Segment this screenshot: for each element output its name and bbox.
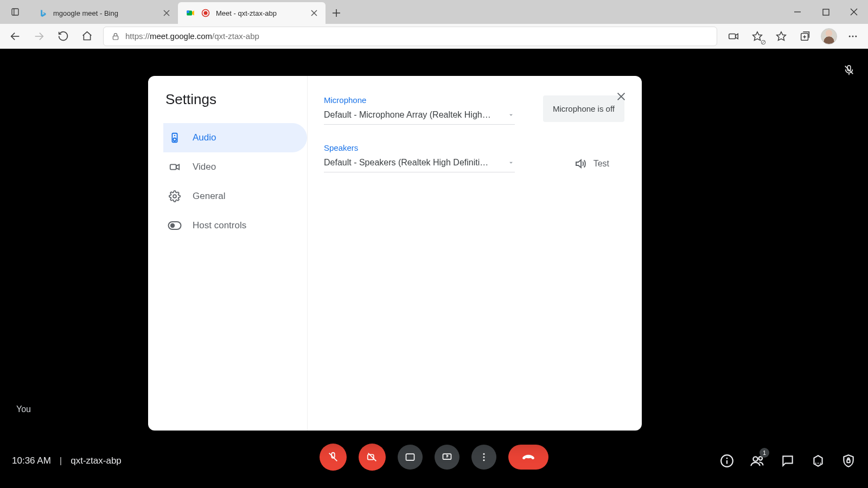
settings-dialog: Settings Audio Video General <box>148 76 642 431</box>
svg-point-50 <box>820 463 821 464</box>
volume-icon <box>574 157 587 170</box>
new-tab-button[interactable] <box>326 2 347 24</box>
tracking-prevention-icon[interactable] <box>746 25 768 47</box>
svg-marker-47 <box>814 455 822 466</box>
tab-close-icon[interactable] <box>309 8 319 18</box>
browser-toolbar: https://meet.google.com/qxt-ztax-abp <box>0 24 868 49</box>
nav-refresh-button[interactable] <box>52 25 74 47</box>
browser-tab-bing[interactable]: mgoogle meet - Bing <box>30 2 178 24</box>
microphone-select[interactable]: Default - Microphone Array (Realtek High… <box>324 110 515 125</box>
svg-rect-57 <box>170 164 176 169</box>
settings-title: Settings <box>163 91 301 108</box>
speakers-select[interactable]: Default - Speakers (Realtek High Definit… <box>324 158 515 172</box>
profile-avatar[interactable] <box>818 25 840 47</box>
participants-button[interactable]: 1 <box>750 453 765 468</box>
svg-rect-18 <box>113 36 118 40</box>
footer-time: 10:36 AM <box>12 455 51 466</box>
videocam-icon <box>168 161 182 173</box>
category-label: Video <box>193 162 216 172</box>
toggle-cam-button[interactable] <box>359 444 386 471</box>
window-maximize-button[interactable] <box>812 0 840 24</box>
nav-home-button[interactable] <box>76 25 98 47</box>
svg-marker-23 <box>777 31 786 40</box>
meet-right-controls: 1 <box>719 453 856 468</box>
svg-point-48 <box>818 463 819 464</box>
captions-button[interactable] <box>398 445 423 470</box>
browser-tab-meet[interactable]: Meet - qxt-ztax-abp <box>178 2 326 24</box>
toggle-mic-button[interactable] <box>320 444 347 471</box>
svg-point-29 <box>855 35 857 37</box>
speakers-selected-value: Default - Speakers (Realtek High Definit… <box>324 158 492 168</box>
chevron-down-icon <box>507 159 515 166</box>
leave-call-button[interactable] <box>508 445 548 470</box>
toggle-icon <box>168 221 182 230</box>
address-bar[interactable]: https://meet.google.com/qxt-ztax-abp <box>103 27 717 46</box>
svg-line-34 <box>329 453 337 461</box>
window-close-button[interactable] <box>840 0 868 24</box>
activities-button[interactable] <box>810 453 826 468</box>
favorites-icon[interactable] <box>770 25 792 47</box>
collections-icon[interactable] <box>794 25 816 47</box>
svg-point-49 <box>815 463 816 464</box>
settings-sidebar: Settings Audio Video General <box>148 76 308 431</box>
lock-icon <box>111 32 120 41</box>
svg-point-7 <box>204 11 208 15</box>
gear-icon <box>168 190 182 202</box>
tab-actions-icon[interactable] <box>4 1 26 23</box>
tab-title: mgoogle meet - Bing <box>53 9 156 17</box>
svg-point-28 <box>852 35 854 37</box>
microphone-section: Microphone Default - Microphone Array (R… <box>324 95 624 125</box>
speaker-icon <box>168 132 182 144</box>
speakers-test-button[interactable]: Test <box>574 157 609 170</box>
svg-point-45 <box>753 457 757 461</box>
host-controls-button[interactable] <box>841 453 856 468</box>
tab-close-icon[interactable] <box>162 8 171 18</box>
nav-forward-button[interactable] <box>28 25 50 47</box>
meet-favicon-icon <box>186 8 195 18</box>
svg-marker-20 <box>753 31 762 40</box>
browser-titlebar: mgoogle meet - Bing Meet - qxt-ztax-abp <box>0 0 868 24</box>
settings-category-general[interactable]: General <box>163 182 307 211</box>
svg-rect-51 <box>847 460 850 463</box>
mic-muted-indicator-icon <box>843 64 855 76</box>
speakers-section: Speakers Default - Speakers (Realtek Hig… <box>324 143 624 172</box>
test-label: Test <box>593 159 609 169</box>
settings-category-audio[interactable]: Audio <box>163 123 307 152</box>
meeting-details-button[interactable] <box>719 453 735 468</box>
svg-rect-5 <box>187 11 189 14</box>
settings-category-video[interactable]: Video <box>163 152 307 182</box>
browser-menu-button[interactable] <box>842 25 864 47</box>
svg-rect-19 <box>729 34 736 38</box>
camera-permission-icon[interactable] <box>723 25 744 47</box>
chevron-down-icon <box>507 111 515 119</box>
category-label: General <box>193 191 225 202</box>
footer-meeting-code: qxt-ztax-abp <box>71 455 122 466</box>
nav-back-button[interactable] <box>4 25 26 47</box>
category-label: Audio <box>193 132 216 143</box>
avatar <box>821 28 837 44</box>
settings-content: Microphone Default - Microphone Array (R… <box>308 76 642 431</box>
svg-point-55 <box>173 138 176 141</box>
svg-point-39 <box>483 453 485 455</box>
meet-footer-info: 10:36 AM | qxt-ztax-abp <box>12 455 122 466</box>
window-minimize-button[interactable] <box>783 0 812 24</box>
present-button[interactable] <box>435 445 459 470</box>
svg-point-60 <box>170 223 175 228</box>
settings-category-host[interactable]: Host controls <box>163 211 307 240</box>
svg-rect-37 <box>406 454 414 460</box>
svg-point-56 <box>174 135 175 136</box>
svg-rect-0 <box>12 9 18 15</box>
chat-button[interactable] <box>780 453 795 468</box>
meet-center-controls <box>320 444 548 471</box>
svg-point-44 <box>726 458 728 459</box>
dialog-close-button[interactable] <box>611 87 631 106</box>
self-video-label: You <box>16 404 31 414</box>
tab-title: Meet - qxt-ztax-abp <box>216 9 304 17</box>
participants-count-badge: 1 <box>760 448 769 458</box>
svg-point-41 <box>483 459 485 461</box>
url-text: https://meet.google.com/qxt-ztax-abp <box>125 31 259 41</box>
more-options-button[interactable] <box>471 445 496 470</box>
category-label: Host controls <box>193 220 246 231</box>
microphone-selected-value: Default - Microphone Array (Realtek High… <box>324 110 492 120</box>
svg-point-58 <box>173 195 176 198</box>
